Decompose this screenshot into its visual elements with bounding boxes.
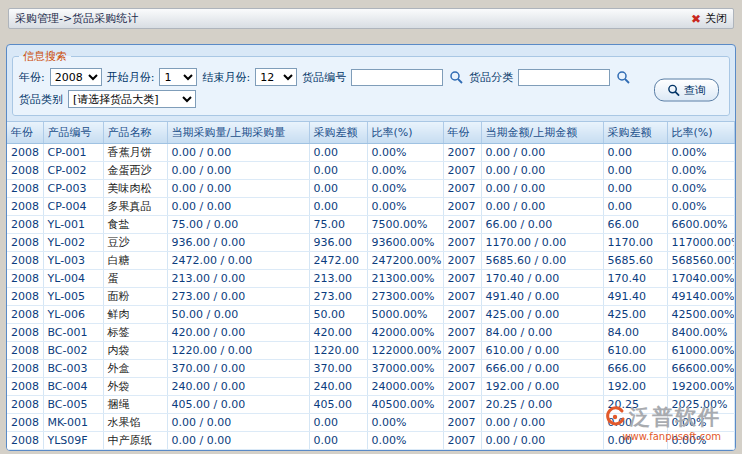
- goods-code-search-icon[interactable]: [448, 70, 464, 84]
- cell-amount: 0.00 / 0.00: [481, 432, 603, 450]
- cell-year2: 2007: [443, 396, 481, 414]
- cell-amount: 0.00 / 0.00: [481, 144, 603, 162]
- close-label: 关闭: [705, 11, 727, 26]
- cell-year2: 2007: [443, 306, 481, 324]
- cell-diff2: 0.00: [603, 180, 667, 198]
- cell-year2: 2007: [443, 144, 481, 162]
- column-header: 采购差额: [309, 122, 367, 144]
- cell-year2: 2007: [443, 234, 481, 252]
- table-row[interactable]: 2008YL-001食盐75.00 / 0.0075.007500.00%200…: [7, 216, 735, 234]
- table-row[interactable]: 2008YL-005面粉273.00 / 0.00273.0027300.00%…: [7, 288, 735, 306]
- cell-ratio2: 6600.00%: [667, 216, 735, 234]
- cell-code: CP-001: [43, 144, 103, 162]
- table-row[interactable]: 2008CP-004多果真品0.00 / 0.000.000.00%20070.…: [7, 198, 735, 216]
- cell-name: 香蕉月饼: [103, 144, 167, 162]
- cell-code: BC-001: [43, 324, 103, 342]
- cell-ratio: 5000.00%: [367, 306, 443, 324]
- search-legend: 信息搜索: [19, 49, 71, 64]
- cell-ratio: 0.00%: [367, 432, 443, 450]
- cell-year: 2008: [7, 252, 43, 270]
- table-row[interactable]: 2008YL-003白糖2472.00 / 0.002472.00247200.…: [7, 252, 735, 270]
- cell-name: 中产原纸: [103, 432, 167, 450]
- cell-year2: 2007: [443, 198, 481, 216]
- cell-code: YL-003: [43, 252, 103, 270]
- start-month-label: 开始月份:: [107, 70, 155, 85]
- table-row[interactable]: 2008CP-001香蕉月饼0.00 / 0.000.000.00%20070.…: [7, 144, 735, 162]
- cell-amount: 170.40 / 0.00: [481, 270, 603, 288]
- cell-ratio2: 0.00%: [667, 144, 735, 162]
- year-select[interactable]: 2008: [50, 68, 102, 86]
- cell-ratio: 7500.00%: [367, 216, 443, 234]
- goods-code-input[interactable]: [351, 69, 443, 86]
- cell-name: 标签: [103, 324, 167, 342]
- cell-qty: 405.00 / 0.00: [167, 396, 309, 414]
- cell-code: YL-004: [43, 270, 103, 288]
- cell-year: 2008: [7, 270, 43, 288]
- cell-ratio: 0.00%: [367, 144, 443, 162]
- cell-diff2: 610.00: [603, 342, 667, 360]
- cell-code: BC-002: [43, 342, 103, 360]
- cell-qty: 936.00 / 0.00: [167, 234, 309, 252]
- cell-diff2: 425.00: [603, 306, 667, 324]
- close-button[interactable]: ✖ 关闭: [691, 11, 727, 26]
- close-icon: ✖: [691, 13, 701, 25]
- cell-qty: 0.00 / 0.00: [167, 198, 309, 216]
- search-row-2: 货品类别 [请选择货品大类]: [19, 88, 723, 110]
- cell-year2: 2007: [443, 324, 481, 342]
- cell-amount: 20.25 / 0.00: [481, 396, 603, 414]
- table-row[interactable]: 2008BC-001标签420.00 / 0.00420.0042000.00%…: [7, 324, 735, 342]
- start-month-select[interactable]: 1: [159, 68, 197, 86]
- cell-year2: 2007: [443, 342, 481, 360]
- cell-ratio: 27300.00%: [367, 288, 443, 306]
- goods-type-select[interactable]: [请选择货品大类]: [68, 90, 196, 108]
- cell-ratio: 247200.00%: [367, 252, 443, 270]
- watermark: 泛普软件 www.fanpusoft.com: [604, 403, 721, 442]
- table-row[interactable]: 2008CP-002金蛋西沙0.00 / 0.000.000.00%20070.…: [7, 162, 735, 180]
- query-button-label: 查询: [684, 82, 706, 97]
- column-header: 比率(%): [667, 122, 735, 144]
- cell-diff2: 5685.60: [603, 252, 667, 270]
- cell-qty: 50.00 / 0.00: [167, 306, 309, 324]
- table-row[interactable]: 2008BC-002内袋1220.00 / 0.001220.00122000.…: [7, 342, 735, 360]
- cell-diff: 0.00: [309, 432, 367, 450]
- table-row[interactable]: 2008YL-006鲜肉50.00 / 0.0050.005000.00%200…: [7, 306, 735, 324]
- app-window: 采购管理->货品采购统计 ✖ 关闭 信息搜索 年份: 2008 开始月份: 1 …: [0, 0, 742, 454]
- cell-diff: 273.00: [309, 288, 367, 306]
- cell-ratio: 21300.00%: [367, 270, 443, 288]
- cell-name: 美味肉松: [103, 180, 167, 198]
- cell-year: 2008: [7, 342, 43, 360]
- cell-qty: 370.00 / 0.00: [167, 360, 309, 378]
- cell-name: 白糖: [103, 252, 167, 270]
- table-row[interactable]: 2008BC-004外袋240.00 / 0.00240.0024000.00%…: [7, 378, 735, 396]
- cell-ratio2: 0.00%: [667, 198, 735, 216]
- column-header: 产品名称: [103, 122, 167, 144]
- cell-year2: 2007: [443, 360, 481, 378]
- goods-category-label: 货品分类: [469, 70, 513, 85]
- goods-category-search-icon[interactable]: [615, 70, 631, 84]
- cell-diff: 240.00: [309, 378, 367, 396]
- column-header: 当期金额/上期金额: [481, 122, 603, 144]
- cell-amount: 0.00 / 0.00: [481, 180, 603, 198]
- table-row[interactable]: 2008YL-002豆沙936.00 / 0.00936.0093600.00%…: [7, 234, 735, 252]
- table-row[interactable]: 2008YL-004蛋213.00 / 0.00213.0021300.00%2…: [7, 270, 735, 288]
- cell-amount: 666.00 / 0.00: [481, 360, 603, 378]
- table-row[interactable]: 2008CP-003美味肉松0.00 / 0.000.000.00%20070.…: [7, 180, 735, 198]
- cell-diff2: 0.00: [603, 162, 667, 180]
- cell-qty: 420.00 / 0.00: [167, 324, 309, 342]
- cell-qty: 0.00 / 0.00: [167, 144, 309, 162]
- query-button[interactable]: 查询: [654, 78, 719, 101]
- end-month-select[interactable]: 12: [255, 68, 297, 86]
- cell-name: 豆沙: [103, 234, 167, 252]
- cell-diff: 1220.00: [309, 342, 367, 360]
- cell-ratio: 40500.00%: [367, 396, 443, 414]
- cell-ratio2: 66600.00%: [667, 360, 735, 378]
- cell-diff: 370.00: [309, 360, 367, 378]
- cell-year: 2008: [7, 162, 43, 180]
- cell-diff2: 66.00: [603, 216, 667, 234]
- goods-category-input[interactable]: [518, 69, 610, 86]
- cell-year: 2008: [7, 324, 43, 342]
- table-row[interactable]: 2008BC-003外盒370.00 / 0.00370.0037000.00%…: [7, 360, 735, 378]
- cell-code: YL-001: [43, 216, 103, 234]
- cell-qty: 273.00 / 0.00: [167, 288, 309, 306]
- cell-diff: 0.00: [309, 414, 367, 432]
